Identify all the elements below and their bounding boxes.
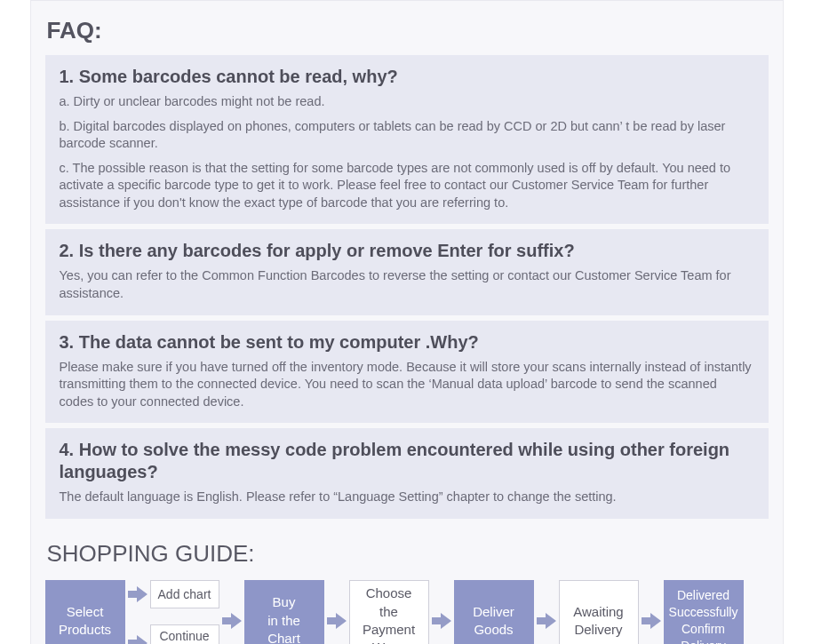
- step-deliver-goods: Deliver Goods: [454, 580, 534, 644]
- step-label: Confirm: [681, 621, 725, 638]
- step-label: Delivered: [677, 587, 729, 604]
- step-label: Goods: [474, 621, 513, 639]
- faq-answer: b. Digital barcodes displayed on phones,…: [60, 118, 754, 153]
- step-choose-payment: Choose the Payment Ways: [349, 580, 429, 644]
- step-continue-selecting: Continue Selecting: [150, 624, 219, 644]
- faq-item-1: 1. Some barcodes cannot be read, why? a.…: [45, 55, 769, 224]
- arrow-right-icon: [128, 635, 147, 644]
- arrow-right-icon: [432, 613, 451, 629]
- step-label: Deliver: [473, 603, 514, 621]
- step-label: Select Products: [51, 603, 120, 640]
- step-label: Awaiting: [573, 603, 623, 621]
- arrow-right-icon: [327, 613, 347, 629]
- step-buy-in-chart: Buy in the Chart: [244, 580, 324, 644]
- faq-question: 3. The data cannot be sent to my compute…: [60, 331, 754, 354]
- faq-answer: Please make sure if you have turned off …: [60, 359, 754, 411]
- step-add-chart: Add chart: [150, 580, 219, 608]
- step-label: Delivery: [574, 621, 622, 639]
- faq-question: 2. Is there any barcodes for apply or re…: [60, 240, 754, 262]
- step-label: Buy: [273, 593, 296, 611]
- step-label: Continue: [159, 629, 209, 643]
- step-label: Ways: [372, 639, 405, 644]
- step-split: Add chart Continue Selecting: [125, 580, 219, 644]
- step-label: Add chart: [158, 587, 211, 601]
- arrow-right-icon: [642, 613, 661, 629]
- faq-answer: a. Dirty or unclear barcodes might not b…: [60, 93, 754, 111]
- shopping-guide-title: SHOPPING GUIDE:: [47, 540, 769, 568]
- arrow-right-icon: [222, 613, 242, 629]
- step-label: Successfully: [669, 604, 738, 621]
- step-delivered-confirm: Delivered Successfully Confirm Delivery: [664, 580, 744, 644]
- arrow-right-icon: [128, 586, 147, 602]
- step-select-products: Select Products: [45, 580, 125, 644]
- faq-item-2: 2. Is there any barcodes for apply or re…: [45, 229, 769, 314]
- faq-title: FAQ:: [47, 17, 769, 44]
- faq-question: 4. How to solve the messy code problem e…: [60, 439, 754, 483]
- step-label: Payment: [363, 621, 415, 639]
- step-label: Choose the: [355, 584, 423, 621]
- shopping-guide-flow: Select Products Add chart Continue Selec…: [45, 580, 769, 644]
- arrow-right-icon: [537, 613, 556, 629]
- step-awaiting-delivery: Awaiting Delivery: [559, 580, 639, 644]
- faq-item-3: 3. The data cannot be sent to my compute…: [45, 321, 769, 424]
- faq-answer: The default language is English. Please …: [60, 489, 754, 506]
- faq-question: 1. Some barcodes cannot be read, why?: [60, 66, 754, 88]
- page: FAQ: 1. Some barcodes cannot be read, wh…: [30, 0, 784, 644]
- step-label: Delivery: [681, 638, 726, 644]
- faq-answer: Yes, you can refer to the Common Functio…: [60, 267, 754, 302]
- step-label: Chart: [267, 630, 300, 644]
- faq-answer: c. The possible reason is that the setti…: [60, 160, 754, 212]
- step-label: in the: [267, 612, 300, 630]
- faq-item-4: 4. How to solve the messy code problem e…: [45, 428, 769, 519]
